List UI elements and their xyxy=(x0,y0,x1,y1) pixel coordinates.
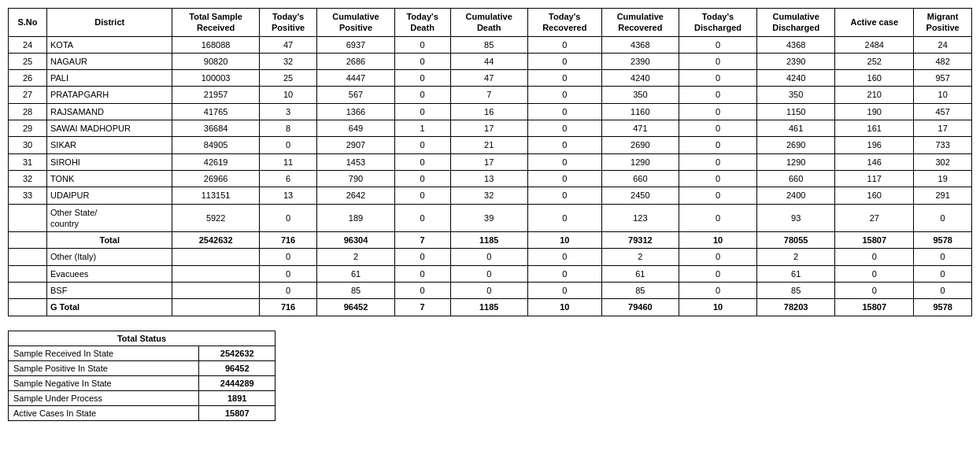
table-cell: 0 xyxy=(394,249,450,265)
grand-total-cell: 15807 xyxy=(835,299,914,316)
table-cell: 0 xyxy=(450,283,527,299)
table-cell: 47 xyxy=(450,70,527,87)
table-cell: 0 xyxy=(259,265,317,282)
table-cell: 461 xyxy=(757,120,835,137)
table-cell: 27 xyxy=(9,87,47,103)
table-cell: 42619 xyxy=(172,153,259,170)
table-cell: 0 xyxy=(394,170,450,187)
table-cell: 2 xyxy=(317,249,394,265)
table-cell: 0 xyxy=(259,249,317,265)
table-cell: 2 xyxy=(757,249,835,265)
table-cell xyxy=(9,283,47,299)
table-cell: 27 xyxy=(835,204,914,232)
table-cell: 0 xyxy=(679,137,756,153)
table-cell: 17 xyxy=(914,120,972,137)
table-cell: 190 xyxy=(835,103,914,120)
table-cell: 31 xyxy=(9,153,47,170)
header-todays-death: Today'sDeath xyxy=(394,9,450,37)
table-cell: 2642 xyxy=(317,187,394,204)
table-cell: 32 xyxy=(450,187,527,204)
table-cell xyxy=(172,249,259,265)
header-migrant-positive: MigrantPositive xyxy=(914,9,972,37)
table-cell: 649 xyxy=(317,120,394,137)
table-cell: 0 xyxy=(259,204,317,232)
table-cell: 161 xyxy=(835,120,914,137)
table-cell: 0 xyxy=(679,87,756,103)
table-cell: 0 xyxy=(394,53,450,69)
grand-total-cell: 10 xyxy=(527,299,601,316)
table-cell: SIROHI xyxy=(47,153,172,170)
table-cell: 85 xyxy=(757,283,835,299)
table-cell: 0 xyxy=(394,36,450,53)
table-cell: 0 xyxy=(527,70,601,87)
table-cell: 0 xyxy=(527,170,601,187)
table-cell: 2690 xyxy=(601,137,679,153)
header-todays-positive: Today'sPositive xyxy=(259,9,317,37)
table-cell: 350 xyxy=(757,87,835,103)
table-cell: 85 xyxy=(601,283,679,299)
table-cell: 47 xyxy=(259,36,317,53)
table-cell: 16 xyxy=(450,103,527,120)
table-cell: 252 xyxy=(835,53,914,69)
table-cell: 0 xyxy=(450,249,527,265)
table-cell: 160 xyxy=(835,187,914,204)
table-cell: 0 xyxy=(259,137,317,153)
table-cell: 32 xyxy=(259,53,317,69)
main-data-table: S.No District Total SampleReceived Today… xyxy=(8,8,972,316)
table-cell: 7 xyxy=(450,87,527,103)
summary-title: Total Status xyxy=(9,331,276,346)
table-cell: 10 xyxy=(259,87,317,103)
table-cell: 4447 xyxy=(317,70,394,87)
total-cell: 96304 xyxy=(317,232,394,249)
total-cell: 15807 xyxy=(835,232,914,249)
table-cell: 1290 xyxy=(601,153,679,170)
grand-total-cell xyxy=(9,299,47,316)
table-cell: 790 xyxy=(317,170,394,187)
header-cumulative-death: CumulativeDeath xyxy=(450,9,527,37)
table-cell: 17 xyxy=(450,120,527,137)
table-cell xyxy=(172,283,259,299)
table-cell: 0 xyxy=(394,103,450,120)
table-cell: 33 xyxy=(9,187,47,204)
summary-cell: 15807 xyxy=(199,405,276,420)
table-cell: 0 xyxy=(527,36,601,53)
table-cell: 26966 xyxy=(172,170,259,187)
table-cell: 457 xyxy=(914,103,972,120)
total-cell xyxy=(9,232,47,249)
table-cell: 4368 xyxy=(757,36,835,53)
table-cell: 100003 xyxy=(172,70,259,87)
header-district: District xyxy=(47,9,172,37)
table-cell: 0 xyxy=(679,265,756,282)
total-cell: 78055 xyxy=(757,232,835,249)
table-cell: 84905 xyxy=(172,137,259,153)
table-cell: 0 xyxy=(394,283,450,299)
table-cell: 1 xyxy=(394,120,450,137)
table-cell: BSF xyxy=(47,283,172,299)
table-cell: 168088 xyxy=(172,36,259,53)
table-cell: 0 xyxy=(679,170,756,187)
total-cell: Total xyxy=(47,232,172,249)
summary-cell: Sample Received In State xyxy=(9,346,199,360)
table-cell: 61 xyxy=(757,265,835,282)
table-cell: 24 xyxy=(914,36,972,53)
table-cell: 0 xyxy=(679,187,756,204)
table-cell: 36684 xyxy=(172,120,259,137)
table-cell: SAWAI MADHOPUR xyxy=(47,120,172,137)
table-cell: 0 xyxy=(527,137,601,153)
table-cell: 0 xyxy=(527,120,601,137)
summary-cell: 2444289 xyxy=(199,375,276,390)
total-cell: 10 xyxy=(679,232,756,249)
table-cell: 0 xyxy=(679,120,756,137)
table-cell: 0 xyxy=(679,283,756,299)
table-cell: 4240 xyxy=(601,70,679,87)
summary-cell: 1891 xyxy=(199,390,276,405)
grand-total-cell: G Total xyxy=(47,299,172,316)
grand-total-cell: 716 xyxy=(259,299,317,316)
table-cell: 3 xyxy=(259,103,317,120)
table-cell: 0 xyxy=(679,249,756,265)
header-todays-recovered: Today'sRecovered xyxy=(527,9,601,37)
table-cell: 1453 xyxy=(317,153,394,170)
table-cell xyxy=(9,249,47,265)
table-cell: 61 xyxy=(601,265,679,282)
table-cell: 85 xyxy=(450,36,527,53)
